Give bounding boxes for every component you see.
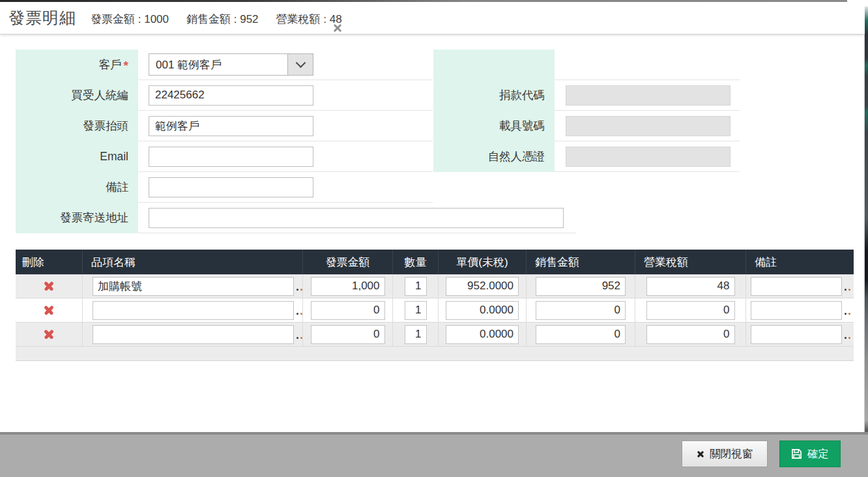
- form-row-email: Email: [16, 141, 433, 172]
- ellipsis-dots-icon[interactable]: [297, 306, 302, 315]
- mailing-address-input[interactable]: [149, 208, 564, 228]
- col-header-unit-price: 單價(未稅): [439, 250, 527, 274]
- sales-amount-input[interactable]: [536, 301, 626, 320]
- form-row-note: 備註: [16, 172, 433, 203]
- blank-label: [433, 50, 555, 80]
- email-input[interactable]: [149, 147, 313, 167]
- dialog-title: 發票明細: [8, 7, 76, 29]
- col-header-quantity: 數量: [393, 250, 439, 274]
- citizen-certificate-input: [566, 147, 731, 167]
- ellipsis-dots-icon[interactable]: [297, 282, 302, 291]
- table-row: [16, 298, 854, 323]
- form-row-blank: [433, 50, 740, 80]
- quantity-input[interactable]: [405, 325, 427, 344]
- confirm-button[interactable]: 確定: [779, 441, 841, 467]
- item-name-input[interactable]: [93, 301, 294, 320]
- row-note-input[interactable]: [751, 325, 842, 344]
- col-header-invoice-amount: 發票金額: [303, 250, 393, 274]
- invoice-amount-input[interactable]: [311, 325, 385, 344]
- stat-sales-amount: 銷售金額 : 952: [186, 12, 259, 27]
- carrier-number-input: [566, 116, 731, 136]
- chevron-down-icon: [295, 58, 306, 68]
- unit-price-input[interactable]: [446, 325, 519, 344]
- required-marker: *: [124, 59, 128, 73]
- close-window-button-label: 關閉視窗: [710, 447, 753, 461]
- tax-amount-input[interactable]: [646, 301, 735, 320]
- col-header-item-name: 品項名稱: [83, 250, 303, 274]
- form-row-citizen-certificate: 自然人憑證: [433, 141, 740, 172]
- invoice-amount-input[interactable]: [311, 277, 385, 296]
- carrier-number-label: 載具號碼: [433, 111, 555, 141]
- stat-tax-amount: 營業稅額 : 48: [276, 12, 342, 27]
- customer-label: 客戶*: [16, 50, 138, 80]
- invoice-amount-input[interactable]: [311, 301, 385, 320]
- confirm-button-label: 確定: [807, 447, 829, 461]
- row-note-input[interactable]: [751, 301, 842, 320]
- delete-row-icon[interactable]: [44, 329, 55, 340]
- delete-row-icon[interactable]: [44, 281, 55, 292]
- quantity-input[interactable]: [405, 277, 427, 296]
- buyer-tax-id-input[interactable]: [149, 85, 313, 106]
- line-items-table: 刪除 品項名稱 發票金額 數量 單價(未稅) 銷售金額 營業稅額 備註: [16, 250, 854, 361]
- dialog-summary-stats: 發票金額 : 1000 銷售金額 : 952 營業稅額 : 48: [91, 10, 342, 27]
- table-footer-strip: [16, 347, 854, 361]
- invoice-title-input[interactable]: [149, 116, 313, 136]
- ellipsis-dots-icon[interactable]: [845, 306, 850, 315]
- close-icon[interactable]: [333, 23, 343, 33]
- floppy-save-icon: [791, 448, 802, 459]
- form-row-customer: 客戶* 001 範例客戶: [16, 50, 433, 80]
- stat-invoice-amount: 發票金額 : 1000: [91, 12, 169, 27]
- note-label: 備註: [16, 172, 138, 203]
- form-row-invoice-title: 發票抬頭: [16, 111, 433, 141]
- customer-select-button[interactable]: [287, 54, 313, 75]
- ellipsis-dots-icon[interactable]: [845, 330, 850, 339]
- tax-amount-input[interactable]: [646, 277, 735, 296]
- col-header-sales-amount: 銷售金額: [527, 250, 635, 274]
- background-page-right-edge: [864, 7, 868, 477]
- buyer-tax-id-label: 買受人統編: [16, 80, 138, 111]
- note-input[interactable]: [149, 177, 313, 197]
- unit-price-input[interactable]: [446, 301, 519, 320]
- invoice-title-label: 發票抬頭: [16, 111, 138, 141]
- dialog-titlebar: 發票明細 發票金額 : 1000 銷售金額 : 952 營業稅額 : 48: [0, 2, 865, 35]
- form-row-carrier-number: 載具號碼: [433, 111, 740, 141]
- customer-select-value: 001 範例客戶: [149, 54, 287, 75]
- citizen-certificate-label: 自然人憑證: [433, 141, 555, 172]
- form-row-donation-code: 捐款代碼: [433, 80, 740, 111]
- table-row: [16, 274, 854, 298]
- mailing-address-label: 發票寄送地址: [16, 203, 138, 233]
- form-row-buyer-tax-id: 買受人統編: [16, 80, 433, 111]
- sales-amount-input[interactable]: [536, 277, 626, 296]
- form-row-mailing-address: 發票寄送地址: [16, 203, 576, 233]
- delete-row-icon[interactable]: [44, 305, 55, 316]
- ellipsis-dots-icon[interactable]: [297, 330, 302, 339]
- table-header-row: 刪除 品項名稱 發票金額 數量 單價(未稅) 銷售金額 營業稅額 備註: [16, 250, 854, 274]
- email-label: Email: [16, 141, 138, 172]
- row-note-input[interactable]: [751, 277, 842, 296]
- close-window-button[interactable]: 關閉視窗: [682, 441, 768, 467]
- ellipsis-dots-icon[interactable]: [845, 282, 850, 291]
- item-name-input[interactable]: [93, 325, 294, 344]
- quantity-input[interactable]: [405, 301, 427, 320]
- item-name-input[interactable]: [93, 277, 294, 296]
- x-icon: [697, 450, 704, 458]
- dialog-buttonbar: 關閉視窗 確定: [0, 432, 868, 477]
- customer-select[interactable]: 001 範例客戶: [149, 53, 313, 76]
- donation-code-input: [566, 85, 731, 106]
- col-header-delete: 刪除: [16, 250, 83, 274]
- invoice-detail-dialog: 發票明細 發票金額 : 1000 銷售金額 : 952 營業稅額 : 48 客戶…: [0, 0, 868, 477]
- donation-code-label: 捐款代碼: [433, 80, 555, 111]
- tax-amount-input[interactable]: [646, 325, 735, 344]
- table-row: [16, 323, 854, 347]
- col-header-tax-amount: 營業稅額: [635, 250, 746, 274]
- sales-amount-input[interactable]: [536, 325, 626, 344]
- unit-price-input[interactable]: [446, 277, 519, 296]
- col-header-note: 備註: [746, 250, 854, 274]
